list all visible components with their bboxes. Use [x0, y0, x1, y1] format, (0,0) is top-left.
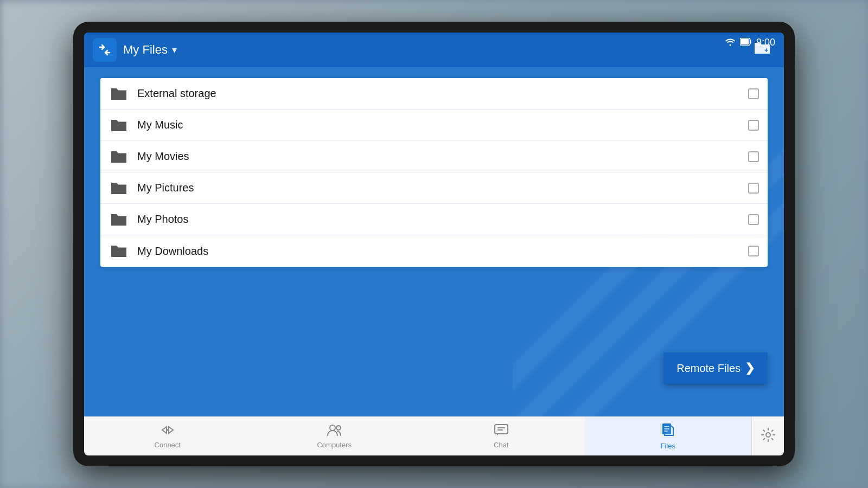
nav-computers-label: Computers — [317, 441, 352, 449]
settings-button[interactable] — [751, 417, 784, 455]
settings-icon — [761, 428, 775, 445]
dropdown-arrow-icon: ▾ — [172, 44, 177, 56]
folder-icon — [109, 241, 129, 261]
svg-rect-7 — [495, 425, 508, 434]
nav-files-label: Files — [661, 442, 675, 450]
chevron-right-icon: ❯ — [745, 361, 755, 375]
header-title-button[interactable]: My Files ▾ — [123, 43, 177, 57]
battery-icon — [740, 38, 752, 48]
nav-connect-label: Connect — [155, 441, 181, 449]
remote-files-button[interactable]: Remote Files ❯ — [663, 352, 768, 384]
file-list: External storage My Music — [100, 78, 768, 267]
file-checkbox[interactable] — [748, 151, 759, 162]
device-screen: 9:00 My Files ▾ + — [84, 33, 784, 455]
file-checkbox[interactable] — [748, 88, 759, 99]
device-frame: 9:00 My Files ▾ + — [73, 22, 795, 466]
file-checkbox[interactable] — [748, 246, 759, 256]
file-name: My Music — [137, 119, 748, 131]
folder-icon — [109, 210, 129, 229]
file-checkbox[interactable] — [748, 214, 759, 225]
file-checkbox[interactable] — [748, 183, 759, 194]
file-name: My Movies — [137, 150, 748, 163]
file-checkbox[interactable] — [748, 120, 759, 131]
svg-rect-2 — [97, 42, 113, 58]
nav-item-chat[interactable]: Chat — [418, 417, 585, 455]
nav-item-computers[interactable]: Computers — [251, 417, 418, 455]
file-item-my-pictures[interactable]: My Pictures — [100, 172, 768, 204]
folder-icon — [109, 178, 129, 198]
file-item-my-music[interactable]: My Music — [100, 110, 768, 141]
file-name: My Pictures — [137, 182, 748, 194]
svg-point-10 — [766, 433, 770, 437]
remote-files-label: Remote Files — [676, 362, 741, 375]
nav-chat-label: Chat — [494, 441, 508, 449]
computers-icon — [327, 423, 342, 439]
svg-rect-1 — [741, 39, 749, 44]
app-logo — [93, 38, 117, 62]
svg-point-5 — [330, 425, 335, 431]
bottom-nav: Connect Computers — [84, 416, 784, 455]
file-item-external-storage[interactable]: External storage — [100, 78, 768, 110]
wifi-icon — [725, 37, 736, 48]
files-icon — [660, 422, 675, 440]
file-name: External storage — [137, 87, 748, 100]
file-item-my-photos[interactable]: My Photos — [100, 204, 768, 235]
svg-point-6 — [336, 426, 341, 430]
main-content: External storage My Music — [84, 67, 784, 416]
header-title-text: My Files — [123, 43, 168, 57]
status-bar: 9:00 — [716, 33, 784, 53]
time-display: 9:00 — [756, 37, 775, 48]
folder-icon — [109, 147, 129, 166]
file-item-my-downloads[interactable]: My Downloads — [100, 235, 768, 267]
nav-item-files[interactable]: Files — [585, 417, 752, 455]
chat-icon — [494, 423, 509, 439]
folder-icon — [109, 115, 129, 135]
nav-item-connect[interactable]: Connect — [84, 417, 251, 455]
file-item-my-movies[interactable]: My Movies — [100, 141, 768, 172]
file-name: My Photos — [137, 213, 748, 226]
svg-rect-4 — [166, 429, 169, 431]
file-name: My Downloads — [137, 245, 748, 258]
connect-icon — [160, 423, 175, 439]
header-bar: My Files ▾ + — [84, 33, 784, 67]
folder-icon — [109, 84, 129, 104]
